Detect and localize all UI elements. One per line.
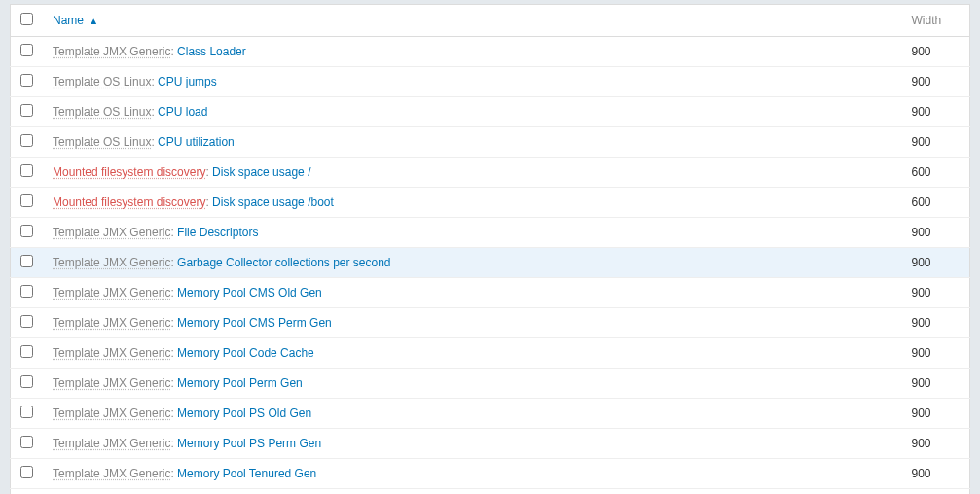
header-name-cell: Name ▲: [43, 5, 902, 37]
row-checkbox[interactable]: [20, 315, 33, 328]
row-checkbox[interactable]: [20, 406, 33, 418]
row-checkbox[interactable]: [20, 194, 33, 207]
row-checkbox-cell: [11, 278, 44, 308]
template-prefix-link[interactable]: Template JMX Generic: [53, 256, 170, 269]
table-row: Template JMX Generic: Memory Pool CMS Pe…: [11, 308, 970, 338]
row-width-cell: 600: [902, 158, 970, 188]
row-checkbox[interactable]: [20, 255, 33, 267]
item-link[interactable]: CPU jumps: [158, 75, 217, 88]
template-prefix-link[interactable]: Template OS Linux: [53, 135, 151, 149]
item-link[interactable]: Memory Pool Perm Gen: [177, 376, 303, 390]
row-checkbox[interactable]: [20, 74, 33, 87]
row-width-cell: 900: [902, 97, 970, 127]
row-name-cell: Template OS Linux: Memory usage: [43, 489, 902, 495]
item-link[interactable]: Disk space usage /: [212, 165, 310, 179]
row-name-cell: Template OS Linux: CPU utilization: [43, 127, 902, 158]
table-row: Template JMX Generic: Garbage Collector …: [11, 248, 970, 278]
table-row: Template JMX Generic: Memory Pool Code C…: [11, 338, 970, 369]
row-width-cell: 900: [902, 338, 970, 369]
template-prefix-link[interactable]: Template JMX Generic: [53, 467, 170, 480]
table-row: Template OS Linux: CPU load900: [11, 97, 970, 127]
row-name-cell: Mounted filesystem discovery: Disk space…: [43, 158, 902, 188]
row-checkbox[interactable]: [20, 104, 33, 117]
header-checkbox-cell: [11, 5, 44, 37]
select-all-checkbox[interactable]: [20, 13, 33, 25]
template-prefix-link[interactable]: Mounted filesystem discovery: [53, 165, 205, 179]
item-link[interactable]: Class Loader: [177, 45, 246, 58]
row-name-cell: Template JMX Generic: Memory Pool Code C…: [43, 338, 902, 369]
template-prefix-link[interactable]: Template JMX Generic: [53, 376, 170, 390]
item-link[interactable]: Memory Pool PS Old Gen: [177, 406, 311, 420]
row-checkbox-cell: [11, 188, 44, 218]
row-checkbox[interactable]: [20, 225, 33, 237]
template-prefix-link[interactable]: Template JMX Generic: [53, 437, 170, 450]
row-checkbox-cell: [11, 489, 44, 495]
item-link[interactable]: Memory Pool Code Cache: [177, 346, 314, 360]
row-name-cell: Mounted filesystem discovery: Disk space…: [43, 188, 902, 218]
row-checkbox[interactable]: [20, 134, 33, 147]
row-name-cell: Template JMX Generic: Class Loader: [43, 37, 902, 67]
row-name-cell: Template OS Linux: CPU load: [43, 97, 902, 127]
item-link[interactable]: CPU utilization: [158, 135, 235, 149]
row-checkbox-cell: [11, 218, 44, 248]
sort-ascending-icon: ▲: [89, 16, 98, 26]
row-checkbox[interactable]: [20, 164, 33, 177]
row-checkbox-cell: [11, 248, 44, 278]
header-width-cell: Width: [902, 5, 970, 37]
item-link[interactable]: Memory Pool CMS Old Gen: [177, 286, 322, 300]
item-link[interactable]: Memory Pool PS Perm Gen: [177, 437, 321, 450]
row-checkbox-cell: [11, 308, 44, 338]
row-name-cell: Template OS Linux: CPU jumps: [43, 67, 902, 97]
item-link[interactable]: File Descriptors: [177, 226, 258, 239]
table-row: Template OS Linux: Memory usage900: [11, 489, 970, 495]
row-checkbox-cell: [11, 429, 44, 459]
table-row: Mounted filesystem discovery: Disk space…: [11, 188, 970, 218]
row-checkbox-cell: [11, 67, 44, 97]
item-link[interactable]: Garbage Collector collections per second: [177, 256, 390, 269]
row-checkbox-cell: [11, 37, 44, 67]
row-name-cell: Template JMX Generic: Memory Pool CMS Ol…: [43, 278, 902, 308]
row-width-cell: 900: [902, 248, 970, 278]
item-link[interactable]: Memory Pool Tenured Gen: [177, 467, 316, 480]
item-link[interactable]: Memory Pool CMS Perm Gen: [177, 316, 332, 330]
table-row: Template JMX Generic: Memory Pool PS Per…: [11, 429, 970, 459]
row-checkbox-cell: [11, 127, 44, 158]
item-link[interactable]: CPU load: [158, 105, 207, 119]
row-width-cell: 900: [902, 399, 970, 429]
row-checkbox-cell: [11, 158, 44, 188]
row-checkbox[interactable]: [20, 44, 33, 56]
table-row: Template JMX Generic: Memory Pool CMS Ol…: [11, 278, 970, 308]
row-name-cell: Template JMX Generic: Memory Pool PS Per…: [43, 429, 902, 459]
table-row: Template JMX Generic: File Descriptors90…: [11, 218, 970, 248]
row-checkbox[interactable]: [20, 436, 33, 448]
row-name-cell: Template JMX Generic: Memory Pool CMS Pe…: [43, 308, 902, 338]
row-checkbox[interactable]: [20, 285, 33, 298]
template-prefix-link[interactable]: Template JMX Generic: [53, 346, 170, 360]
row-width-cell: 900: [902, 37, 970, 67]
table-row: Mounted filesystem discovery: Disk space…: [11, 158, 970, 188]
table-row: Template OS Linux: CPU jumps900: [11, 67, 970, 97]
template-prefix-link[interactable]: Template JMX Generic: [53, 286, 170, 300]
sort-by-name[interactable]: Name ▲: [53, 14, 98, 27]
template-prefix-link[interactable]: Template OS Linux: [53, 75, 151, 88]
header-width-label: Width: [912, 14, 942, 27]
row-checkbox-cell: [11, 338, 44, 369]
table-row: Template JMX Generic: Memory Pool Perm G…: [11, 369, 970, 399]
template-prefix-link[interactable]: Template OS Linux: [53, 105, 151, 119]
template-prefix-link[interactable]: Template JMX Generic: [53, 45, 170, 58]
row-width-cell: 900: [902, 489, 970, 495]
row-width-cell: 900: [902, 127, 970, 158]
row-name-cell: Template JMX Generic: Memory Pool Perm G…: [43, 369, 902, 399]
row-checkbox[interactable]: [20, 345, 33, 358]
template-prefix-link[interactable]: Template JMX Generic: [53, 226, 170, 239]
row-checkbox[interactable]: [20, 375, 33, 388]
row-checkbox[interactable]: [20, 466, 33, 478]
table-row: Template JMX Generic: Memory Pool Tenure…: [11, 459, 970, 489]
item-link[interactable]: Disk space usage /boot: [212, 195, 334, 209]
header-name-label: Name: [53, 14, 84, 27]
table-row: Template OS Linux: CPU utilization900: [11, 127, 970, 158]
template-prefix-link[interactable]: Template JMX Generic: [53, 406, 170, 420]
template-prefix-link[interactable]: Template JMX Generic: [53, 316, 170, 330]
template-prefix-link[interactable]: Mounted filesystem discovery: [53, 195, 205, 209]
row-width-cell: 900: [902, 369, 970, 399]
